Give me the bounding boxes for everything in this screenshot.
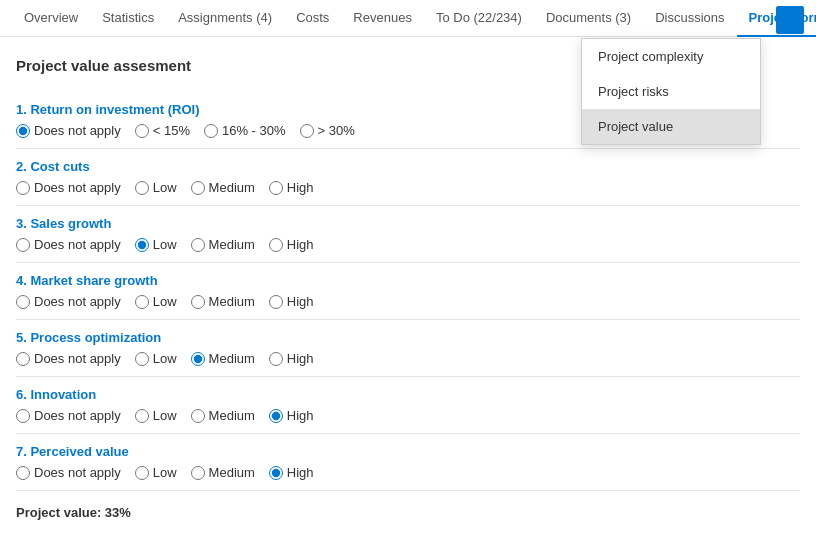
nav-tab-costs[interactable]: Costs [284, 0, 341, 37]
radio-group-q5: Does not applyLowMediumHigh [16, 351, 800, 366]
radio-option-q7_low[interactable]: Low [135, 465, 177, 480]
radio-option-q7_high[interactable]: High [269, 465, 314, 480]
radio-group-q3: Does not applyLowMediumHigh [16, 237, 800, 252]
radio-option-q6_med[interactable]: Medium [191, 408, 255, 423]
radio-input-q4_dna[interactable] [16, 295, 30, 309]
radio-option-q3_med[interactable]: Medium [191, 237, 255, 252]
questions-container: 1. Return on investment (ROI)Does not ap… [16, 92, 800, 491]
radio-input-q6_high[interactable] [269, 409, 283, 423]
radio-input-q3_high[interactable] [269, 238, 283, 252]
radio-input-q1_30[interactable] [300, 124, 314, 138]
radio-input-q1_15[interactable] [135, 124, 149, 138]
radio-input-q2_dna[interactable] [16, 181, 30, 195]
radio-label-q7_low: Low [153, 465, 177, 480]
radio-input-q3_low[interactable] [135, 238, 149, 252]
radio-option-q1_15[interactable]: < 15% [135, 123, 190, 138]
radio-option-q1_30[interactable]: > 30% [300, 123, 355, 138]
radio-input-q7_low[interactable] [135, 466, 149, 480]
radio-input-q6_dna[interactable] [16, 409, 30, 423]
radio-option-q4_low[interactable]: Low [135, 294, 177, 309]
radio-input-q2_med[interactable] [191, 181, 205, 195]
nav-tab-assignments[interactable]: Assignments (4) [166, 0, 284, 37]
nav-tab-statistics[interactable]: Statistics [90, 0, 166, 37]
radio-option-q2_med[interactable]: Medium [191, 180, 255, 195]
radio-option-q3_low[interactable]: Low [135, 237, 177, 252]
radio-label-q3_med: Medium [209, 237, 255, 252]
radio-input-q5_med[interactable] [191, 352, 205, 366]
radio-input-q5_dna[interactable] [16, 352, 30, 366]
radio-option-q3_dna[interactable]: Does not apply [16, 237, 121, 252]
radio-input-q6_med[interactable] [191, 409, 205, 423]
radio-option-q7_dna[interactable]: Does not apply [16, 465, 121, 480]
radio-option-q4_high[interactable]: High [269, 294, 314, 309]
radio-option-q5_low[interactable]: Low [135, 351, 177, 366]
radio-label-q5_high: High [287, 351, 314, 366]
radio-label-q7_dna: Does not apply [34, 465, 121, 480]
radio-label-q4_high: High [287, 294, 314, 309]
dropdown-item-project-risks[interactable]: Project risks [582, 74, 760, 109]
radio-option-q4_med[interactable]: Medium [191, 294, 255, 309]
dropdown-menu-container: Project complexityProject risksProject v… [581, 38, 761, 145]
action-button[interactable] [776, 6, 804, 34]
nav-tab-overview[interactable]: Overview [12, 0, 90, 37]
question-block-q5: 5. Process optimizationDoes not applyLow… [16, 320, 800, 377]
radio-input-q3_med[interactable] [191, 238, 205, 252]
radio-input-q4_low[interactable] [135, 295, 149, 309]
nav-tab-discussions[interactable]: Discussions [643, 0, 736, 37]
radio-input-q7_dna[interactable] [16, 466, 30, 480]
radio-label-q5_med: Medium [209, 351, 255, 366]
radio-input-q2_low[interactable] [135, 181, 149, 195]
radio-label-q6_med: Medium [209, 408, 255, 423]
nav-tab-revenues[interactable]: Revenues [341, 0, 424, 37]
radio-input-q7_high[interactable] [269, 466, 283, 480]
radio-option-q1_dna[interactable]: Does not apply [16, 123, 121, 138]
nav-tab-todo[interactable]: To Do (22/234) [424, 0, 534, 37]
radio-option-q5_dna[interactable]: Does not apply [16, 351, 121, 366]
navigation-tabs: OverviewStatisticsAssignments (4)CostsRe… [0, 0, 816, 37]
radio-option-q3_high[interactable]: High [269, 237, 314, 252]
question-block-q4: 4. Market share growthDoes not applyLowM… [16, 263, 800, 320]
radio-label-q1_30: > 30% [318, 123, 355, 138]
radio-input-q1_1630[interactable] [204, 124, 218, 138]
radio-label-q2_low: Low [153, 180, 177, 195]
radio-option-q5_high[interactable]: High [269, 351, 314, 366]
radio-label-q6_low: Low [153, 408, 177, 423]
question-label-q2: 2. Cost cuts [16, 159, 800, 174]
radio-group-q2: Does not applyLowMediumHigh [16, 180, 800, 195]
radio-option-q6_dna[interactable]: Does not apply [16, 408, 121, 423]
radio-label-q4_med: Medium [209, 294, 255, 309]
question-block-q2: 2. Cost cutsDoes not applyLowMediumHigh [16, 149, 800, 206]
radio-input-q5_low[interactable] [135, 352, 149, 366]
radio-label-q1_dna: Does not apply [34, 123, 121, 138]
radio-option-q5_med[interactable]: Medium [191, 351, 255, 366]
radio-input-q2_high[interactable] [269, 181, 283, 195]
radio-input-q4_med[interactable] [191, 295, 205, 309]
radio-input-q6_low[interactable] [135, 409, 149, 423]
radio-option-q7_med[interactable]: Medium [191, 465, 255, 480]
radio-label-q6_dna: Does not apply [34, 408, 121, 423]
radio-label-q2_high: High [287, 180, 314, 195]
dropdown-item-project-complexity[interactable]: Project complexity [582, 39, 760, 74]
dropdown-item-project-value[interactable]: Project value [582, 109, 760, 144]
question-block-q7: 7. Perceived valueDoes not applyLowMediu… [16, 434, 800, 491]
radio-option-q2_low[interactable]: Low [135, 180, 177, 195]
radio-option-q2_high[interactable]: High [269, 180, 314, 195]
radio-input-q7_med[interactable] [191, 466, 205, 480]
radio-option-q2_dna[interactable]: Does not apply [16, 180, 121, 195]
radio-option-q6_low[interactable]: Low [135, 408, 177, 423]
radio-input-q1_dna[interactable] [16, 124, 30, 138]
radio-input-q3_dna[interactable] [16, 238, 30, 252]
radio-input-q4_high[interactable] [269, 295, 283, 309]
radio-option-q4_dna[interactable]: Does not apply [16, 294, 121, 309]
project-value-summary: Project value: 33% [16, 491, 800, 524]
radio-label-q6_high: High [287, 408, 314, 423]
question-label-q3: 3. Sales growth [16, 216, 800, 231]
radio-label-q2_med: Medium [209, 180, 255, 195]
radio-option-q1_1630[interactable]: 16% - 30% [204, 123, 286, 138]
nav-tab-documents[interactable]: Documents (3) [534, 0, 643, 37]
radio-input-q5_high[interactable] [269, 352, 283, 366]
dropdown-menu: Project complexityProject risksProject v… [581, 38, 761, 145]
radio-option-q6_high[interactable]: High [269, 408, 314, 423]
question-label-q6: 6. Innovation [16, 387, 800, 402]
radio-label-q7_med: Medium [209, 465, 255, 480]
